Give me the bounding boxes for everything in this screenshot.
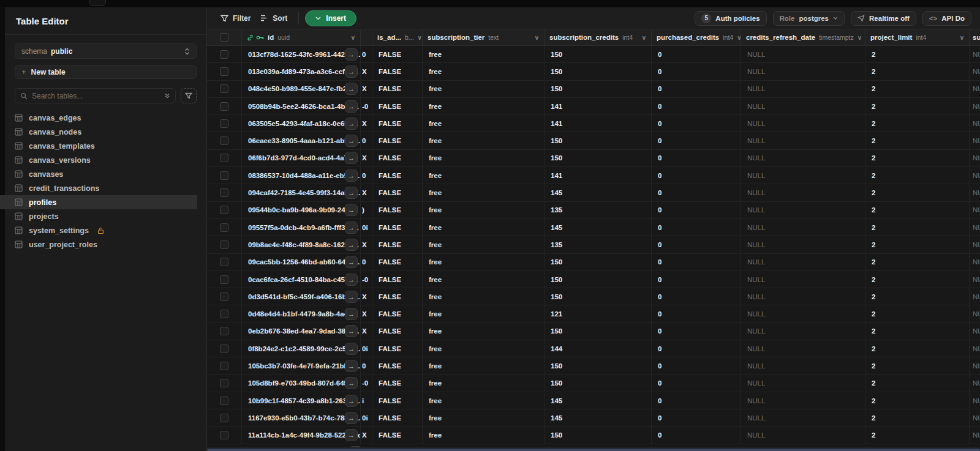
row-checkbox[interactable] [220,136,228,145]
sidebar-item-canvas_templates[interactable]: canvas_templates [5,139,206,153]
expand-row-button[interactable]: → [345,308,358,320]
row-checkbox[interactable] [220,293,228,301]
row-checkbox[interactable] [220,414,228,422]
sidebar-item-credit_transactions[interactable]: credit_transactions [5,181,206,195]
auth-policies-button[interactable]: 5 Auth policies [695,11,766,26]
sidebar-item-user_project_roles[interactable]: user_project_roles [5,237,206,252]
row-checkbox[interactable] [220,67,228,76]
expand-row-button[interactable]: → [345,377,358,389]
expand-row-button[interactable]: → [345,256,358,268]
cell-id: 013cf78d-1625-43fc-9961-442189... [248,51,361,58]
column-header-clipped[interactable] [361,29,372,45]
role-selector-button[interactable]: Role postgres [773,11,845,26]
cell-id: 013e039a-fd89-473a-a3c6-ccfa9... [248,68,358,75]
column-header-purchased-credits[interactable]: purchased_credits int4 ∨ [652,29,741,45]
chevron-down-icon[interactable]: ∨ [351,34,355,41]
column-header-id[interactable]: id uuid ∨ [242,29,361,45]
row-checkbox[interactable] [220,223,228,232]
row-checkbox[interactable] [220,431,228,439]
collapse-chevrons-icon[interactable] [164,92,170,99]
expand-row-button[interactable]: → [345,395,358,407]
select-all-checkbox[interactable] [220,33,228,42]
sidebar-item-canvas_versions[interactable]: canvas_versions [5,153,206,167]
cell-partial: X [362,431,367,439]
left-rail [0,7,5,451]
row-checkbox[interactable] [220,84,228,93]
row-checkbox[interactable] [220,379,228,387]
cell-purchased_credits: 0 [658,189,662,196]
row-checkbox[interactable] [220,206,228,214]
expand-row-button[interactable]: → [345,187,358,199]
row-checkbox[interactable] [220,258,228,266]
expand-row-button[interactable]: → [345,239,358,251]
row-checkbox[interactable] [220,119,228,128]
column-header-subscription-tier[interactable]: subscription_tier text ∨ [423,29,545,45]
row-checkbox[interactable] [220,50,228,59]
horizontal-scrollbar[interactable] [207,449,980,451]
expand-row-button[interactable]: → [345,204,358,216]
chevron-down-icon[interactable]: ∨ [737,34,741,41]
table-row: 0eb2b676-38ed-4ea7-9dad-38e6...→XFALSEfr… [207,323,980,340]
search-tables-input[interactable]: Search tables... [15,88,176,103]
row-checkbox[interactable] [220,102,228,111]
filter-button[interactable]: Filter [216,12,255,25]
filter-tables-button[interactable] [181,88,197,103]
expand-row-button[interactable]: → [345,83,358,95]
row-checkbox[interactable] [220,327,228,335]
sidebar-item-profiles[interactable]: profiles [0,195,197,209]
expand-row-button[interactable]: → [345,170,358,182]
schema-selector[interactable]: schema public [15,43,197,59]
expand-row-button[interactable]: → [345,100,358,113]
row-checkbox[interactable] [220,397,228,405]
expand-row-button[interactable]: → [345,412,358,424]
row-checkbox[interactable] [220,345,228,353]
chevron-down-icon[interactable]: ∨ [858,34,862,41]
cell-partial: X [362,310,367,318]
expand-row-button[interactable]: → [345,360,358,372]
column-header-is-admin[interactable]: is_ad... b... ∨ [372,29,423,45]
expand-row-button[interactable]: → [345,48,358,61]
sidebar-item-canvas_edges[interactable]: canvas_edges [5,111,206,125]
column-type: b... [405,34,414,41]
row-checkbox[interactable] [220,362,228,370]
row-checkbox[interactable] [220,310,228,318]
table-grid-icon [15,142,23,150]
column-header-overflow[interactable]: su [970,29,980,45]
expand-row-button[interactable]: → [345,135,358,147]
expand-row-button[interactable]: → [345,274,358,286]
chevron-down-icon[interactable]: ∨ [642,34,646,41]
expand-row-button[interactable]: → [345,152,358,164]
sidebar-item-canvases[interactable]: canvases [5,167,206,181]
row-checkbox[interactable] [220,188,228,197]
expand-row-button[interactable]: → [345,429,358,441]
row-checkbox[interactable] [220,240,228,249]
row-checkbox[interactable] [220,154,228,162]
chevron-down-icon[interactable]: ∨ [418,34,422,41]
column-header-credits-refresh-date[interactable]: credits_refresh_date timestamptz ∨ [741,29,865,45]
cell-id: 0d48e4d4-b1bf-4479-9a8b-4a4b... [248,310,358,318]
new-table-button[interactable]: + New table [15,65,197,79]
expand-row-button[interactable]: → [345,325,358,337]
sidebar-item-projects[interactable]: projects [5,209,206,223]
expand-row-button[interactable]: → [345,117,358,130]
column-header-project-limit[interactable]: project_limit int4 ∨ [865,29,970,45]
sidebar-item-canvas_nodes[interactable]: canvas_nodes [5,125,206,139]
chevron-down-icon[interactable]: ∨ [960,34,964,41]
row-checkbox[interactable] [220,171,228,180]
cell-project_limit: 2 [872,172,875,179]
chevron-down-icon[interactable]: ∨ [535,34,539,41]
cell-subscription_credits: 150 [551,276,562,283]
column-header-subscription-credits[interactable]: subscription_credits int4 ∨ [545,29,652,45]
sort-button[interactable]: Sort [255,12,292,25]
insert-button[interactable]: Insert [305,10,356,26]
expand-row-button[interactable]: → [345,291,358,303]
row-checkbox[interactable] [220,275,228,284]
table-name: projects [29,212,59,221]
sidebar-item-system_settings[interactable]: system_settings [5,223,206,237]
expand-row-button[interactable]: → [345,222,358,234]
api-docs-button[interactable]: <> API Do [922,11,971,26]
realtime-toggle-button[interactable]: Realtime off [851,11,916,26]
expand-row-button[interactable]: → [345,65,358,78]
expand-row-button[interactable]: → [345,343,358,355]
data-grid: id uuid ∨ is_ad... b... ∨ subscription_t… [207,29,980,451]
